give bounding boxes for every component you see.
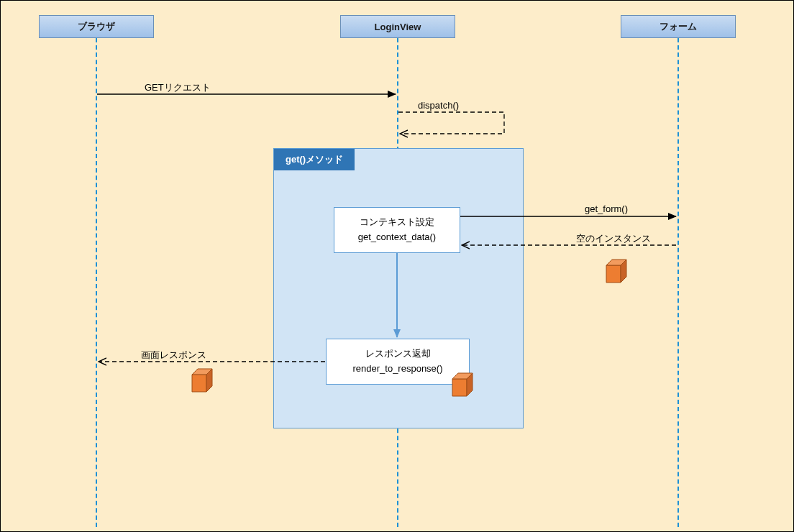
box-method: get_context_data()	[358, 230, 436, 245]
label-empty-instance: 空のインスタンス	[576, 232, 651, 245]
frame-get-method: get()メソッド	[273, 148, 524, 428]
box-method: render_to_response()	[352, 362, 442, 377]
svg-marker-8	[452, 379, 467, 396]
label-get-request: GETリクエスト	[145, 81, 211, 94]
participant-label: ブラウザ	[78, 20, 115, 33]
participant-label: フォーム	[660, 20, 697, 33]
label-screen-response: 画面レスポンス	[141, 349, 206, 362]
sequence-diagram: ブラウザ LoginView フォーム get()メソッド コンテキスト設定 g…	[0, 0, 794, 532]
svg-marker-11	[192, 375, 206, 392]
object-icon	[450, 370, 478, 399]
box-title: レスポンス返却	[365, 347, 431, 362]
participant-browser: ブラウザ	[39, 15, 154, 38]
box-render: レスポンス返却 render_to_response()	[326, 339, 470, 385]
lifeline-form	[677, 38, 679, 527]
label-get-form: get_form()	[585, 203, 628, 214]
participant-label: LoginView	[375, 22, 421, 32]
box-title: コンテキスト設定	[360, 215, 434, 230]
object-icon	[189, 366, 218, 395]
lifeline-browser	[96, 38, 97, 527]
object-icon	[603, 257, 632, 285]
participant-loginview: LoginView	[340, 15, 455, 38]
label-dispatch: dispatch()	[418, 100, 459, 111]
frame-title: get()メソッド	[274, 149, 355, 170]
participant-form: フォーム	[621, 15, 736, 38]
box-context: コンテキスト設定 get_context_data()	[334, 207, 460, 253]
svg-marker-5	[606, 265, 621, 283]
